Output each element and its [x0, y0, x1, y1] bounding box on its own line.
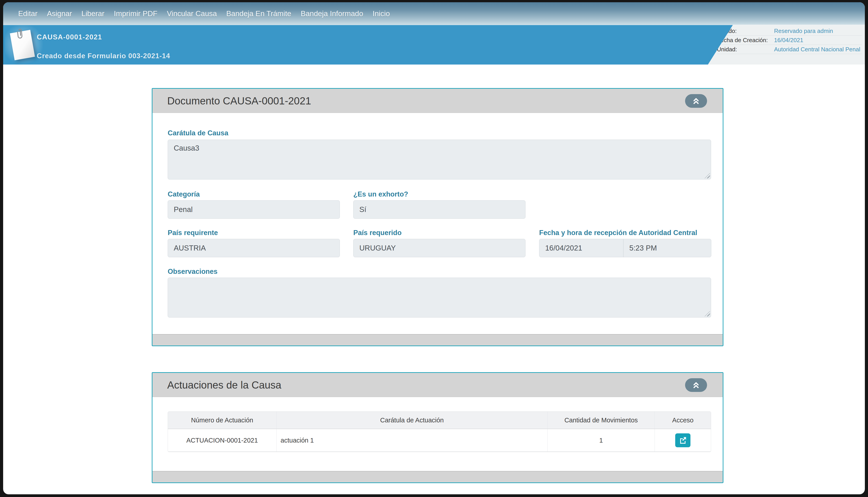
documento-panel-footer — [152, 334, 723, 345]
case-title: CAUSA-0001-2021 — [37, 33, 102, 41]
fecha-creacion-label: Fecha de Creación: — [717, 37, 774, 44]
menu-item-liberar[interactable]: Liberar — [77, 10, 109, 18]
caratula-causa-value: Causa3 — [174, 144, 199, 152]
case-info-panel: Estado: Reservado para admin Fecha de Cr… — [708, 25, 865, 65]
fecha-creacion-value: 16/04/2021 — [774, 37, 803, 44]
pais-requirente-label: País requirente — [168, 229, 218, 237]
pais-requirente-field: AUSTRIA — [168, 239, 340, 257]
unidad-label: Unidad: — [717, 46, 774, 53]
info-row-estado: Estado: Reservado para admin — [717, 26, 862, 36]
estado-value: Reservado para admin — [774, 28, 833, 34]
exhorto-label: ¿Es un exhorto? — [353, 190, 408, 198]
menu-item-bandeja-informado[interactable]: Bandeja Informado — [296, 10, 368, 18]
menu-item-inicio[interactable]: Inicio — [368, 10, 394, 18]
acceso-button[interactable] — [675, 434, 690, 447]
categoria-field: Penal — [168, 200, 340, 219]
actuaciones-panel-title: Actuaciones de la Causa — [167, 379, 281, 391]
table-row: ACTUACION-0001-2021 actuación 1 1 — [168, 429, 711, 452]
pais-requerido-label: País requerido — [353, 229, 402, 237]
actuaciones-table: Número de Actuación Carátula de Actuació… — [168, 411, 711, 452]
col-header-caratula: Carátula de Actuación — [277, 412, 548, 429]
col-header-acceso: Acceso — [655, 412, 711, 429]
menu-item-asignar[interactable]: Asignar — [42, 10, 77, 18]
menu-item-bandeja-en-tramite[interactable]: Bandeja En Trámite — [222, 10, 296, 18]
caratula-causa-label: Carátula de Causa — [168, 129, 228, 137]
caratula-causa-textarea[interactable]: Causa3 — [168, 140, 711, 180]
observaciones-label: Observaciones — [168, 268, 218, 275]
actuaciones-panel-footer — [152, 471, 723, 482]
cell-cantidad-movimientos: 1 — [548, 429, 655, 452]
double-chevron-up-icon — [692, 381, 700, 389]
fecha-recepcion-label: Fecha y hora de recepción de Autoridad C… — [539, 229, 697, 237]
exhorto-field: Sí — [353, 200, 526, 219]
fecha-recepcion-group: 16/04/2021 5:23 PM — [539, 239, 711, 257]
actuaciones-table-header-row: Número de Actuación Carátula de Actuació… — [168, 412, 711, 429]
documento-panel: Documento CAUSA-0001-2021 Carátula de Ca… — [152, 88, 724, 346]
fecha-recepcion-time-field: 5:23 PM — [624, 239, 711, 257]
cell-caratula-actuacion: actuación 1 — [277, 429, 548, 452]
external-link-icon — [679, 436, 687, 444]
info-row-unidad: Unidad: Autoridad Central Nacional Penal — [717, 45, 862, 54]
cell-acceso — [655, 429, 711, 452]
actuaciones-panel-header: Actuaciones de la Causa — [152, 373, 723, 397]
cell-numero-actuacion: ACTUACION-0001-2021 — [168, 429, 277, 452]
resize-grip-icon[interactable] — [704, 311, 710, 316]
actuaciones-panel: Actuaciones de la Causa Número de Actuac… — [152, 372, 724, 483]
case-subtitle: Creado desde Formulario 003-2021-14 — [37, 52, 170, 60]
documento-collapse-button[interactable] — [685, 94, 707, 108]
app-window: Editar Asignar Liberar Imprimir PDF Vinc… — [3, 2, 865, 494]
categoria-label: Categoría — [168, 190, 200, 198]
double-chevron-up-icon — [692, 97, 700, 105]
paperclip-icon — [16, 27, 25, 40]
pais-requerido-field: URUGUAY — [353, 239, 526, 257]
unidad-value: Autoridad Central Nacional Penal — [774, 46, 860, 53]
documento-panel-header: Documento CAUSA-0001-2021 — [152, 89, 723, 113]
observaciones-textarea[interactable] — [168, 278, 711, 317]
actuaciones-collapse-button[interactable] — [685, 378, 707, 392]
menu-item-editar[interactable]: Editar — [13, 10, 42, 18]
documento-panel-title: Documento CAUSA-0001-2021 — [167, 95, 311, 107]
menu-item-vincular-causa[interactable]: Vincular Causa — [162, 10, 222, 18]
col-header-numero: Número de Actuación — [168, 412, 277, 429]
top-menubar: Editar Asignar Liberar Imprimir PDF Vinc… — [3, 2, 865, 25]
resize-grip-icon[interactable] — [704, 173, 710, 179]
info-row-fecha-creacion: Fecha de Creación: 16/04/2021 — [717, 36, 862, 45]
col-header-movimientos: Cantidad de Movimientos — [548, 412, 655, 429]
fecha-recepcion-date-field: 16/04/2021 — [540, 239, 624, 257]
menu-item-imprimir-pdf[interactable]: Imprimir PDF — [109, 10, 162, 18]
